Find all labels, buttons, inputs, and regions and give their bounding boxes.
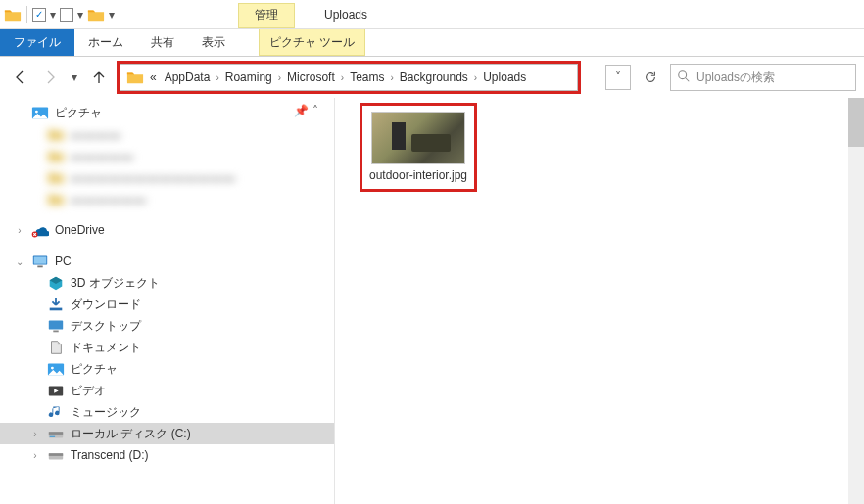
pictures-icon: [47, 361, 65, 377]
svg-rect-14: [49, 432, 63, 435]
pc-icon: [31, 253, 49, 269]
content-pane[interactable]: outdoor-interior.jpg: [335, 98, 864, 504]
tab-share-label: 共有: [151, 34, 174, 51]
breadcrumb-seg-4[interactable]: Backgrounds: [396, 70, 472, 84]
svg-rect-15: [50, 436, 55, 437]
tab-picture-tools[interactable]: ピクチャ ツール: [259, 29, 365, 56]
tree-item-pictures-root[interactable]: ピクチャ: [0, 102, 334, 123]
breadcrumb-seg-5[interactable]: Uploads: [479, 70, 530, 84]
tab-home-label: ホーム: [88, 34, 123, 51]
tab-home[interactable]: ホーム: [74, 29, 137, 56]
drive-icon: [47, 447, 65, 463]
qat-checkbox-2[interactable]: [60, 8, 73, 22]
nav-bar: ▾ « AppData › Roaming › Microsoft › Team…: [0, 57, 864, 98]
breadcrumb-overflow[interactable]: «: [146, 70, 161, 84]
chevron-right-icon[interactable]: ›: [472, 72, 479, 83]
tree-label: ローカル ディスク (C:): [71, 426, 191, 442]
tab-picture-tools-label: ピクチャ ツール: [269, 34, 355, 51]
expand-icon[interactable]: ›: [29, 429, 41, 439]
svg-rect-9: [53, 331, 58, 333]
qat-customize-dropdown[interactable]: ▾: [107, 8, 117, 22]
address-history-dropdown[interactable]: ˅: [605, 65, 631, 90]
tree-item-desktop[interactable]: デスクトップ: [0, 315, 334, 337]
file-name-label: outdoor-interior.jpg: [368, 168, 468, 183]
qat-dropdown-2[interactable]: ▾: [75, 8, 85, 22]
svg-rect-17: [49, 453, 63, 456]
tree-label: Transcend (D:): [71, 448, 149, 462]
chevron-right-icon[interactable]: ›: [276, 72, 283, 83]
svg-point-11: [51, 367, 54, 370]
tree-item-music[interactable]: ミュージック: [0, 401, 334, 423]
three-d-objects-icon: [47, 275, 65, 291]
up-button[interactable]: [86, 65, 112, 90]
breadcrumb-seg-3[interactable]: Teams: [346, 70, 388, 84]
breadcrumb: « AppData › Roaming › Microsoft › Teams …: [120, 65, 534, 90]
address-folder-icon: [126, 69, 144, 85]
tab-file-label: ファイル: [14, 34, 61, 51]
breadcrumb-seg-1[interactable]: Roaming: [221, 70, 276, 84]
collapse-icon[interactable]: ˄: [312, 104, 318, 117]
tree-item-documents[interactable]: ドキュメント: [0, 337, 334, 358]
tree-item-redacted[interactable]: ▬▬▬▬▬▬: [0, 188, 334, 209]
recent-locations-dropdown[interactable]: ▾: [68, 65, 82, 90]
pin-icon[interactable]: 📌: [294, 104, 309, 117]
title-bar: ▾ ▾ ▾ 管理 Uploads: [0, 0, 864, 29]
tree-label: PC: [55, 254, 72, 268]
chevron-right-icon[interactable]: ›: [339, 72, 346, 83]
tab-file[interactable]: ファイル: [0, 29, 74, 56]
vertical-scrollbar[interactable]: [848, 98, 864, 504]
tree-item-3d-objects[interactable]: 3D オブジェクト: [0, 272, 334, 294]
qat-folder-icon[interactable]: [87, 7, 105, 23]
documents-icon: [47, 340, 65, 355]
qat-checkbox-1[interactable]: [32, 8, 46, 22]
tree-item-downloads[interactable]: ダウンロード: [0, 294, 334, 315]
tree-label: ドキュメント: [71, 340, 141, 356]
collapse-icon[interactable]: ⌄: [14, 256, 25, 267]
svg-rect-8: [49, 321, 63, 330]
downloads-icon: [47, 297, 65, 312]
tree-label: ピクチャ: [55, 105, 102, 121]
tree-item-pictures[interactable]: ピクチャ: [0, 358, 334, 380]
chevron-right-icon[interactable]: ›: [388, 72, 395, 83]
folder-icon: [47, 169, 65, 185]
forward-button[interactable]: [37, 65, 63, 90]
pictures-folder-icon: [31, 105, 49, 120]
tree-item-transcend-d[interactable]: › Transcend (D:): [0, 444, 334, 466]
back-button[interactable]: [8, 65, 33, 90]
breadcrumb-seg-2[interactable]: Microsoft: [283, 70, 339, 84]
tree-item-local-disk-c[interactable]: › ローカル ディスク (C:): [0, 423, 334, 444]
breadcrumb-seg-0[interactable]: AppData: [161, 70, 215, 84]
tree-label: 3D オブジェクト: [71, 275, 160, 292]
svg-point-0: [679, 70, 687, 78]
tree-item-redacted[interactable]: ▬▬▬▬▬▬▬▬▬▬▬▬▬: [0, 166, 334, 188]
tree-item-onedrive[interactable]: › OneDrive: [0, 219, 334, 241]
onedrive-icon: [31, 222, 49, 238]
music-icon: [47, 404, 65, 420]
address-bar[interactable]: « AppData › Roaming › Microsoft › Teams …: [120, 64, 578, 91]
tree-item-actions: 📌 ˄: [294, 104, 318, 117]
scrollbar-thumb[interactable]: [848, 98, 864, 147]
tree-item-videos[interactable]: ビデオ: [0, 380, 334, 401]
folder-icon: [47, 126, 65, 142]
file-item[interactable]: outdoor-interior.jpg: [364, 108, 472, 187]
tree-label: ミュージック: [71, 404, 141, 421]
svg-rect-6: [37, 266, 42, 268]
search-icon: [677, 69, 691, 86]
tree-item-redacted[interactable]: ▬▬▬▬▬: [0, 145, 334, 166]
refresh-button[interactable]: [637, 65, 664, 90]
search-placeholder: Uploadsの検索: [696, 69, 775, 86]
tab-share[interactable]: 共有: [137, 29, 188, 56]
tree-label: ビデオ: [71, 383, 106, 399]
folder-icon: [47, 148, 65, 163]
expand-icon[interactable]: ›: [29, 450, 41, 461]
tree-item-redacted[interactable]: ▬▬▬▬: [0, 123, 334, 145]
tab-view[interactable]: 表示: [188, 29, 239, 56]
quick-access-toolbar: ▾ ▾ ▾: [0, 0, 120, 28]
file-thumbnail: [371, 112, 465, 164]
expand-icon[interactable]: ›: [14, 225, 25, 236]
chevron-right-icon[interactable]: ›: [214, 72, 220, 83]
search-input[interactable]: Uploadsの検索: [670, 64, 856, 91]
tree-item-pc[interactable]: ⌄ PC: [0, 251, 334, 272]
qat-dropdown-1[interactable]: ▾: [48, 8, 58, 22]
svg-point-2: [35, 111, 38, 114]
